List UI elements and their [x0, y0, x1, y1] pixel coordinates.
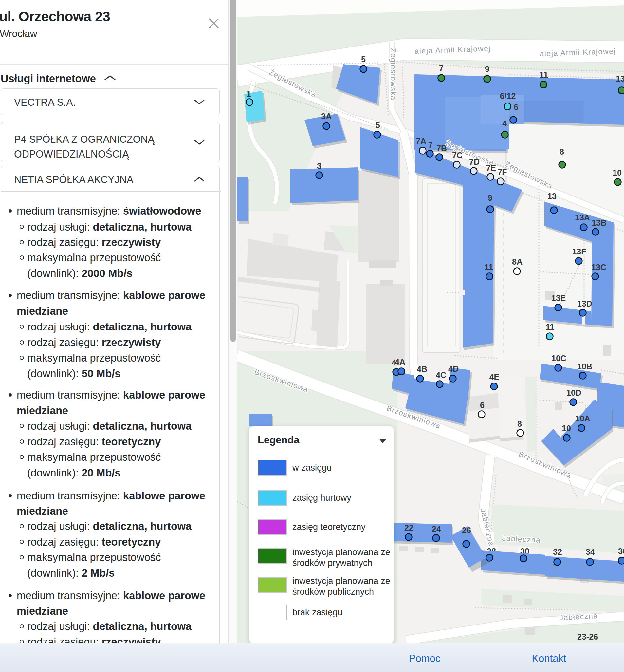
svg-text:8A: 8A [512, 257, 522, 266]
svg-text:7: 7 [428, 140, 433, 149]
svg-text:26: 26 [462, 526, 471, 535]
svg-text:36: 36 [618, 547, 624, 556]
svg-text:5: 5 [375, 121, 380, 130]
svg-text:13A: 13A [575, 213, 590, 222]
svg-text:7F: 7F [497, 168, 507, 177]
svg-text:7B: 7B [436, 144, 447, 153]
svg-text:7: 7 [439, 63, 444, 73]
svg-text:13E: 13E [551, 293, 566, 303]
svg-text:10D: 10D [566, 388, 581, 397]
svg-text:13B: 13B [592, 218, 607, 227]
svg-text:3: 3 [317, 161, 321, 171]
svg-text:6/12: 6/12 [500, 92, 516, 101]
svg-text:24: 24 [432, 524, 441, 534]
svg-text:8: 8 [517, 419, 522, 428]
svg-text:22: 22 [404, 523, 414, 532]
svg-text:10: 10 [562, 424, 571, 433]
svg-text:10A: 10A [575, 414, 590, 423]
svg-text:13D: 13D [577, 299, 592, 308]
svg-text:Żegiestowska: Żegiestowska [389, 48, 397, 101]
svg-text:4B: 4B [417, 364, 427, 374]
svg-text:4D: 4D [448, 364, 459, 373]
svg-text:34: 34 [586, 547, 595, 557]
svg-text:3A: 3A [321, 112, 332, 121]
svg-text:11: 11 [485, 262, 493, 272]
svg-text:32: 32 [553, 547, 562, 557]
svg-text:6: 6 [480, 400, 485, 410]
svg-text:6: 6 [514, 103, 518, 112]
svg-text:10: 10 [613, 168, 622, 177]
svg-text:10C: 10C [551, 354, 566, 363]
svg-text:9: 9 [488, 193, 492, 202]
svg-text:13: 13 [616, 74, 624, 83]
svg-text:7D: 7D [469, 157, 479, 166]
svg-text:8: 8 [560, 147, 564, 156]
svg-text:5: 5 [361, 55, 366, 64]
svg-text:4: 4 [502, 119, 507, 128]
svg-text:4E: 4E [490, 372, 500, 382]
svg-text:10B: 10B [577, 362, 592, 371]
svg-text:13: 13 [547, 191, 556, 201]
svg-text:11: 11 [546, 322, 554, 331]
svg-text:23-26: 23-26 [577, 632, 598, 641]
svg-text:9: 9 [485, 64, 490, 74]
svg-text:7E: 7E [486, 163, 496, 173]
svg-text:11: 11 [540, 70, 548, 79]
svg-text:4C: 4C [436, 370, 446, 380]
svg-text:7A: 7A [416, 136, 426, 146]
svg-text:1: 1 [246, 89, 251, 98]
svg-text:13F: 13F [572, 247, 586, 256]
svg-text:4A: 4A [395, 357, 405, 366]
svg-text:13C: 13C [591, 263, 606, 272]
svg-text:7C: 7C [452, 151, 463, 160]
